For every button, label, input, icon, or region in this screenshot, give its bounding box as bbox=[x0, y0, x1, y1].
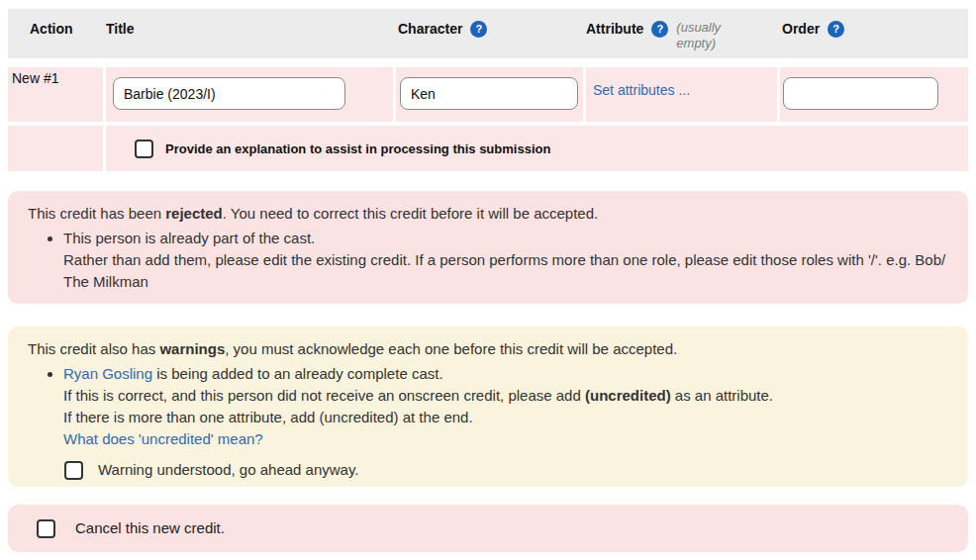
column-header-order: Order ? bbox=[782, 21, 844, 38]
title-header-label: Title bbox=[106, 21, 135, 37]
warning-line3: If there is more than one attribute, add… bbox=[63, 407, 948, 428]
order-cell bbox=[780, 67, 968, 122]
warnings-intro-after: , you must acknowledge each one before t… bbox=[225, 340, 677, 357]
new-credit-label: New #1 bbox=[12, 70, 58, 86]
attribute-cell: Set attributes ... bbox=[586, 67, 777, 122]
character-cell bbox=[396, 67, 583, 122]
cancel-credit-label: Cancel this new credit. bbox=[75, 517, 225, 539]
warning-line2-bold: (uncredited) bbox=[585, 387, 671, 404]
rejected-reasons-list: This person is already part of the cast.… bbox=[28, 228, 948, 293]
warning-help-line: What does 'uncredited' mean? bbox=[63, 428, 948, 450]
warning-line2-before: If this is correct, and this person did … bbox=[63, 387, 585, 404]
column-header-attribute: Attribute ? (usually empty) bbox=[586, 21, 732, 51]
rejected-intro-before: This credit has been bbox=[28, 205, 165, 222]
character-help-icon[interactable]: ? bbox=[470, 21, 487, 38]
column-header-title: Title bbox=[106, 21, 135, 37]
warning-line2: If this is correct, and this person did … bbox=[63, 385, 948, 407]
action-header-label: Action bbox=[30, 21, 73, 37]
cancel-credit-box: Cancel this new credit. bbox=[8, 505, 968, 552]
order-header-label: Order bbox=[782, 21, 820, 37]
warnings-intro-bold: warnings bbox=[159, 340, 225, 357]
warning-ack-row: Warning understood, go ahead anyway. bbox=[64, 459, 948, 481]
ryan-gosling-link[interactable]: Ryan Gosling bbox=[63, 365, 152, 382]
warning-ack-label: Warning understood, go ahead anyway. bbox=[98, 459, 359, 481]
title-cell bbox=[106, 67, 393, 122]
warnings-message-box: This credit also has warnings, you must … bbox=[8, 327, 968, 487]
uncredited-help-link[interactable]: What does 'uncredited' mean? bbox=[63, 430, 263, 447]
character-header-label: Character bbox=[398, 21, 462, 37]
table-header-row: Action Title Character ? Attribute ? (us… bbox=[8, 9, 968, 58]
rejected-intro-bold: rejected bbox=[165, 205, 223, 222]
warnings-list: Ryan Gosling is being added to an alread… bbox=[28, 363, 948, 450]
warning-ack-checkbox[interactable] bbox=[64, 461, 83, 480]
order-input[interactable] bbox=[783, 77, 938, 110]
rejected-message-box: This credit has been rejected. You need … bbox=[8, 191, 968, 304]
title-input[interactable] bbox=[113, 77, 345, 110]
attribute-header-label: Attribute bbox=[586, 21, 643, 37]
credit-submission-page: Action Title Character ? Attribute ? (us… bbox=[0, 0, 976, 560]
character-input[interactable] bbox=[400, 77, 578, 110]
explanation-checkbox[interactable] bbox=[135, 140, 153, 158]
column-header-character: Character ? bbox=[398, 21, 487, 38]
rejected-intro-line: This credit has been rejected. You need … bbox=[28, 203, 948, 225]
rejected-intro-after: . You need to correct this credit before… bbox=[223, 205, 598, 222]
set-attributes-link[interactable]: Set attributes ... bbox=[593, 82, 690, 98]
explanation-checkbox-label: Provide an explanation to assist in proc… bbox=[165, 141, 550, 156]
attribute-usually-empty-note: (usually empty) bbox=[676, 20, 732, 51]
warnings-intro-before: This credit also has bbox=[28, 340, 159, 357]
warning-line1-text: is being added to an already complete ca… bbox=[152, 365, 443, 382]
action-cell-empty bbox=[8, 126, 103, 171]
cancel-credit-checkbox[interactable] bbox=[37, 519, 55, 538]
credit-table: Action Title Character ? Attribute ? (us… bbox=[8, 9, 968, 171]
order-help-icon[interactable]: ? bbox=[828, 21, 844, 38]
warnings-intro-line: This credit also has warnings, you must … bbox=[28, 338, 948, 360]
rejected-reason-item: This person is already part of the cast.… bbox=[63, 228, 948, 293]
explanation-cell: Provide an explanation to assist in proc… bbox=[106, 126, 968, 171]
table-body: New #1 Set attributes ... Provide an exp… bbox=[8, 67, 968, 171]
attribute-help-icon[interactable]: ? bbox=[651, 21, 668, 38]
column-header-action: Action bbox=[30, 21, 73, 37]
action-cell: New #1 bbox=[8, 67, 103, 122]
warning-line1: Ryan Gosling is being added to an alread… bbox=[63, 363, 948, 385]
rejected-reason-line2: Rather than add them, please edit the ex… bbox=[63, 249, 948, 293]
warning-line2-after: as an attribute. bbox=[671, 387, 773, 404]
warning-item: Ryan Gosling is being added to an alread… bbox=[63, 363, 948, 450]
rejected-reason-line1: This person is already part of the cast. bbox=[63, 228, 948, 249]
